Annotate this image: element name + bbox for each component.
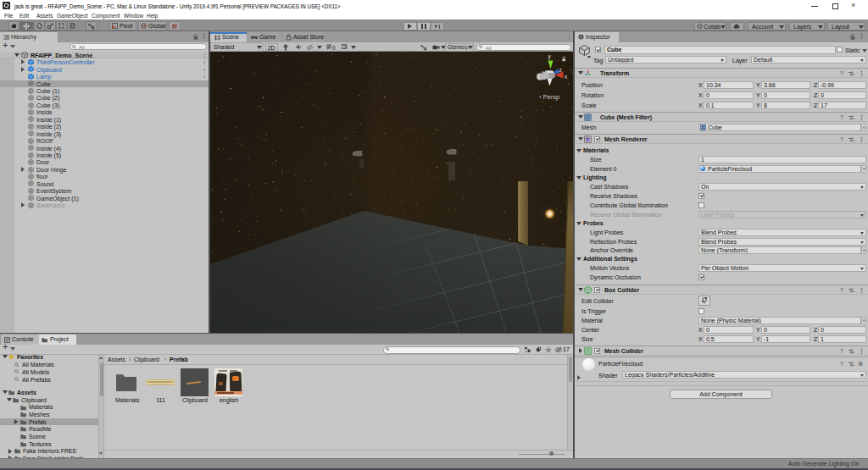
svg-text:‹ Persp: ‹ Persp [539, 93, 559, 101]
svg-text:x: x [565, 74, 568, 80]
svg-text:y: y [548, 53, 552, 60]
svg-text:z: z [559, 67, 562, 73]
